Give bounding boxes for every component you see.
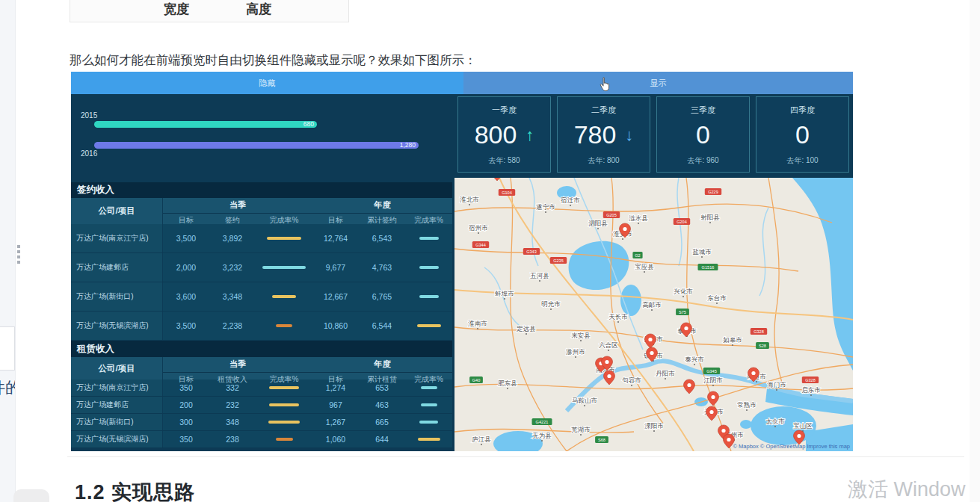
table-row: 万达广场建邺店200232967463 — [71, 397, 452, 414]
row-value: 3,600 — [163, 292, 209, 301]
row-value: 967 — [312, 400, 359, 409]
kpi-card-q3: 三季度 0 去年: 960 — [656, 96, 750, 173]
map-city-dot — [617, 321, 619, 323]
map-city-label: 淮南市 — [468, 320, 487, 327]
map-city-dot — [776, 389, 777, 391]
map-city-dot — [682, 296, 684, 297]
row-value: 332 — [209, 383, 256, 392]
row-value: 653 — [359, 383, 405, 392]
contract-subcol: 完成率% — [405, 214, 452, 229]
map-city-label: 射阳县 — [700, 214, 720, 221]
table-col-width: 宽度 — [164, 1, 189, 18]
map-city-dot — [701, 256, 703, 258]
road-badge: S75 — [676, 309, 689, 315]
map-city-label: 明光市 — [541, 300, 561, 308]
row-value: 3,892 — [209, 234, 256, 243]
row-value: 10,860 — [312, 321, 359, 330]
table-row: 万达广场(新街口)3003481,267665 — [71, 414, 452, 431]
map-attribution[interactable]: © Mapbox © OpenStreetMap Improve this ma… — [733, 443, 850, 450]
kpi-value: 800 — [475, 120, 517, 149]
road-badge: G344 — [472, 241, 489, 248]
map-city-label: 太仓市 — [765, 418, 785, 425]
map-city-label: 无为县 — [532, 432, 552, 439]
row-value: 2,000 — [163, 263, 209, 272]
section-heading: 1.2 实现思路 — [75, 479, 195, 502]
kpi-value: 0 — [795, 120, 810, 149]
map-city-label: 江阴市 — [703, 376, 723, 384]
rental-income-title: 租赁收入 — [71, 341, 452, 357]
road-badge: G204 — [674, 218, 690, 225]
bar-2016-value: 1,280 — [400, 141, 416, 149]
row-value: 12,667 — [312, 292, 359, 301]
row-value: 300 — [163, 418, 209, 427]
map-city-dot — [575, 356, 576, 358]
map-city-label: 泗阳县 — [588, 220, 608, 227]
row-value: 6,543 — [359, 234, 405, 243]
kpi-lastyear: 去年: 580 — [458, 155, 550, 166]
map-city-label: 淮北市 — [460, 196, 479, 203]
completion-bar — [405, 324, 452, 327]
map-city-label: 高邮市 — [642, 301, 662, 309]
map-city-dot — [584, 405, 585, 406]
show-button[interactable]: 显示 — [463, 72, 853, 94]
map-city-label: 盐城市 — [692, 248, 712, 255]
bar-2016: 1,280 — [94, 142, 419, 149]
completion-bar — [256, 403, 312, 406]
hide-button[interactable]: 隐藏 — [71, 72, 463, 94]
row-value: 350 — [163, 383, 209, 392]
road-badge: S28 — [756, 342, 769, 349]
map-city-label: 启东市 — [801, 386, 821, 394]
table-row: 万达广场(新街口)3,6003,34812,6676,765 — [71, 282, 452, 312]
svg-text:S75: S75 — [679, 310, 686, 314]
row-value: 3,500 — [163, 234, 209, 243]
map-city-dot — [507, 388, 508, 389]
map-city-dot — [541, 440, 543, 441]
road-badge: G343 — [523, 248, 540, 255]
map-city-label: 马鞍山市 — [572, 397, 598, 404]
map-city-label: 宿迁市 — [560, 196, 580, 204]
contract-col-company: 公司/项目 — [71, 198, 163, 224]
completion-bar — [256, 266, 312, 269]
map-city-dot — [756, 381, 757, 382]
svg-text:G104: G104 — [502, 190, 512, 195]
row-company: 万达广场(无锡滨湖店) — [71, 312, 163, 340]
contract-subcol: 目标 — [163, 214, 209, 229]
map-city-label: 宝山区 — [793, 422, 813, 430]
map-city-label: 如皋市 — [723, 336, 742, 344]
contract-grp-year: 年度 — [312, 198, 452, 214]
map-city-dot — [570, 205, 571, 206]
completion-bar — [405, 295, 452, 298]
dashboard-image: 隐藏 显示 2015 680 1,280 2016 签约收入 公司/项目 当季 … — [71, 72, 853, 451]
drag-handle-icon[interactable] — [17, 245, 21, 266]
trend-up-icon: ↑ — [526, 126, 534, 144]
svg-text:G4221: G4221 — [536, 420, 549, 424]
map-city-label: 兴化市 — [674, 288, 693, 295]
row-value: 348 — [209, 418, 256, 427]
table-col-height: 高度 — [246, 1, 271, 18]
map[interactable]: G104G205G204G344G343G235G229G328G328G2G1… — [454, 178, 853, 451]
row-value: 6,765 — [359, 292, 405, 301]
completion-bar — [256, 386, 312, 389]
map-city-dot — [774, 426, 776, 427]
map-city-dot — [732, 344, 733, 346]
left-partial-text: 件的 — [0, 377, 15, 398]
row-company: 万达广场(南京江宁店) — [71, 379, 163, 396]
row-value: 1,274 — [312, 383, 359, 392]
contract-subcol: 签约 — [209, 214, 256, 229]
svg-text:S68: S68 — [598, 438, 605, 442]
svg-text:S28: S28 — [759, 344, 766, 348]
contract-income-title: 签约收入 — [71, 182, 452, 198]
map-city-dot — [469, 204, 470, 205]
completion-bar — [405, 386, 452, 389]
map-city-label: 常熟市 — [737, 401, 756, 409]
map-city-dot — [478, 232, 479, 234]
road-badge: G235 — [550, 257, 567, 264]
rental-income-table: 公司/项目 当季 年度 目标 租赁收入 完成率% 目标 累计租赁 完成率% 万达… — [71, 357, 452, 448]
svg-text:G343: G343 — [526, 250, 537, 254]
map-city-label: 遂宁市 — [536, 203, 555, 211]
completion-bar — [256, 421, 312, 424]
contract-subcol: 完成率% — [256, 214, 312, 229]
rental-col-company: 公司/项目 — [71, 357, 163, 379]
svg-text:G344: G344 — [475, 243, 486, 247]
completion-bar — [256, 324, 312, 327]
